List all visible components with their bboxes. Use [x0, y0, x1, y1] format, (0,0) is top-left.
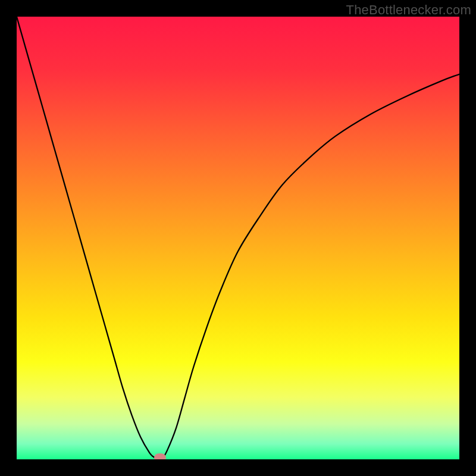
- min-marker: [154, 453, 165, 459]
- plot-area: [17, 17, 459, 459]
- chart-frame: TheBottlenecker.com: [0, 0, 476, 476]
- watermark-text: TheBottlenecker.com: [346, 2, 471, 18]
- bottleneck-curve: [17, 17, 459, 459]
